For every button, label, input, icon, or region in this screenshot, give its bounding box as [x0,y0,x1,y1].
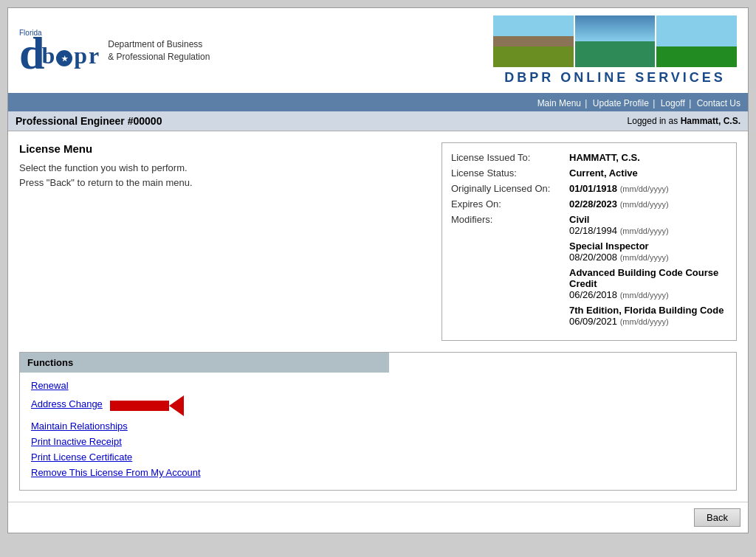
capitol-image [493,15,574,67]
dbpr-online-text: DBPR ONLINE SERVICES [504,70,726,86]
image-strip [493,15,737,67]
page-title: Professional Engineer #00000 [16,115,162,127]
modifiers-section: Modifiers: Civil02/18/1994 (mm/dd/yyyy)S… [451,214,727,331]
expires-row: Expires On: 02/28/2023 (mm/dd/yyyy) [451,198,727,210]
logged-in-info: Logged in as Hammatt, C.S. [628,116,740,126]
main-content: License Menu Select the function you wis… [8,131,748,502]
modifier-entry-3: 7th Edition, Florida Building Code06/09/… [569,305,727,327]
sky-image [575,15,656,67]
expires-label: Expires On: [451,198,569,210]
function-link-maintain-relationships[interactable]: Maintain Relationships [31,421,725,432]
expires-value: 02/28/2023 (mm/dd/yyyy) [569,198,669,210]
functions-section: Functions RenewalAddress ChangeMaintain … [19,352,737,491]
originally-licensed-label: Originally Licensed On: [451,183,569,194]
function-link-print-inactive-receipt[interactable]: Print Inactive Receipt [31,436,725,447]
title-bar: Professional Engineer #00000 Logged in a… [8,111,748,131]
back-button[interactable]: Back [694,508,740,527]
address-change-arrow [110,395,184,416]
nav-bar: Main Menu | Update Profile | Logoff | Co… [8,95,748,111]
modifier-entry-2: Advanced Building Code Course Credit06/2… [569,267,727,300]
modifier-entry-1: Special Inspector08/20/2008 (mm/dd/yyyy) [569,241,727,263]
logo-d: d [19,28,44,78]
logged-in-label: Logged in as [628,116,678,126]
function-link-address-change[interactable]: Address Change [31,398,103,409]
originally-licensed-row: Originally Licensed On: 01/01/1918 (mm/d… [451,183,727,194]
function-link-renewal[interactable]: Renewal [31,380,725,391]
arrow-shaft [110,401,169,411]
instruction1: Select the function you wish to perform. [19,162,430,173]
modifiers-label: Modifiers: [451,214,569,331]
page-container: Florida d b ★ p r Department of Business [7,7,749,533]
palm-image [656,15,737,67]
logo-p: p [74,42,87,69]
status-value: Current, Active [569,167,638,179]
org-name-line2: & Professional Regulation [108,51,210,63]
expires-date-format: (mm/dd/yyyy) [620,200,669,209]
logo-r: r [89,42,99,69]
left-panel: License Menu Select the function you wis… [19,142,430,341]
originally-licensed-value: 01/01/1918 (mm/dd/yyyy) [569,183,669,194]
contact-us-link[interactable]: Contact Us [697,98,740,108]
license-info-panel: License Issued To: HAMMATT, C.S. License… [441,142,737,341]
modifiers-values: Civil02/18/1994 (mm/dd/yyyy)Special Insp… [569,214,727,331]
issued-to-value: HAMMATT, C.S. [569,152,640,163]
logoff-link[interactable]: Logoff [661,98,685,108]
modifier-entry-0: Civil02/18/1994 (mm/dd/yyyy) [569,214,727,236]
issued-to-row: License Issued To: HAMMATT, C.S. [451,152,727,163]
header: Florida d b ★ p r Department of Business [8,8,748,95]
logo-area: Florida d b ★ p r Department of Business [19,29,210,73]
org-name-line1: Department of Business [108,38,210,51]
issued-to-label: License Issued To: [451,152,569,163]
content-area: License Menu Select the function you wis… [19,142,737,341]
status-row: License Status: Current, Active [451,167,727,179]
arrow-head [169,395,184,416]
function-link-remove-license[interactable]: Remove This License From My Account [31,467,725,478]
functions-header: Functions [20,353,389,373]
back-row: Back [8,502,748,533]
main-menu-link[interactable]: Main Menu [537,98,581,108]
orig-date-format: (mm/dd/yyyy) [620,184,669,193]
function-link-print-license-certificate[interactable]: Print License Certificate [31,452,725,463]
instruction2: Press "Back" to return to the main menu. [19,177,430,188]
address-change-row: Address Change [31,395,725,416]
status-label: License Status: [451,167,569,179]
update-profile-link[interactable]: Update Profile [593,98,649,108]
functions-list: RenewalAddress ChangeMaintain Relationsh… [20,373,736,490]
logo-circle: ★ [56,50,72,66]
dept-text: Department of Business & Professional Re… [108,38,210,63]
license-menu-heading: License Menu [19,142,430,155]
user-name: Hammatt, C.S. [681,116,740,126]
header-images: DBPR ONLINE SERVICES [493,15,737,86]
